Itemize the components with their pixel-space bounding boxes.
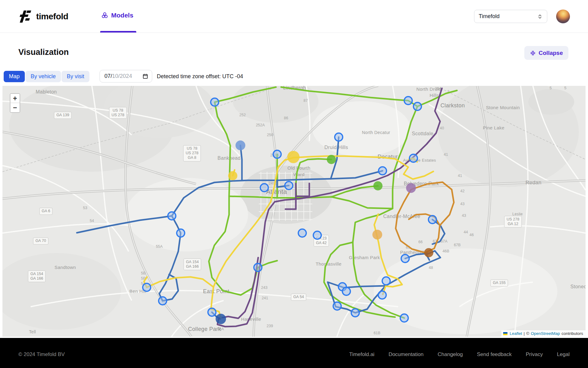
view-tabs: Map By vehicle By visit [4, 71, 89, 82]
map-soft-marker[interactable] [228, 171, 237, 180]
svg-text:GA 154: GA 154 [30, 272, 43, 276]
map-visit-marker[interactable] [313, 231, 321, 239]
road-number-label: 53 [83, 206, 87, 210]
svg-text:GA 70: GA 70 [36, 239, 46, 243]
zoom-out-button[interactable]: − [10, 103, 20, 112]
map-visit-marker[interactable] [260, 184, 268, 192]
map-visit-marker[interactable] [298, 229, 306, 237]
date-input[interactable]: 07/10/2024 [100, 70, 152, 82]
map-visit-marker[interactable] [378, 291, 386, 299]
map-visit-marker[interactable] [177, 229, 185, 237]
map-soft-marker[interactable] [216, 314, 226, 324]
map-soft-marker[interactable] [406, 183, 416, 193]
footer-link-documentation[interactable]: Documentation [389, 351, 424, 358]
svg-text:GA 12: GA 12 [508, 222, 518, 226]
map-visit-marker[interactable] [159, 297, 167, 305]
map-zoom-control: + − [10, 93, 20, 113]
map-visit-marker[interactable] [404, 97, 412, 105]
tab-by-vehicle[interactable]: By vehicle [25, 71, 61, 82]
road-number-label: 66 [418, 240, 423, 244]
map-place-label: Hapeville [241, 316, 261, 322]
map-visit-marker[interactable] [379, 167, 386, 175]
road-number-label: 5B [141, 271, 145, 275]
map-visit-marker[interactable] [208, 308, 216, 316]
map-soft-marker[interactable] [372, 230, 382, 240]
road-shield: GA 155 [491, 280, 508, 286]
organization-select[interactable]: Timefold [474, 10, 547, 23]
road-number-label: 41 [444, 152, 448, 157]
map-visit-marker[interactable] [351, 309, 359, 317]
road-number-label: 239 [267, 324, 273, 328]
openstreetmap-link[interactable]: OpenStreetMap [531, 331, 560, 336]
map-visit-marker[interactable] [333, 302, 341, 310]
map-place-label: Stonecre [570, 284, 586, 289]
footer-link-changelog[interactable]: Changelog [438, 351, 463, 358]
road-number-label: 46B [443, 249, 449, 253]
road-number-label: 5 [564, 86, 567, 90]
map-place-label: North Decatur [362, 130, 390, 135]
footer-links: Timefold.ai Documentation Changelog Send… [349, 351, 570, 358]
map-visit-marker[interactable] [413, 102, 421, 110]
select-chevrons-icon [537, 14, 543, 19]
map-soft-marker[interactable] [236, 140, 245, 150]
map-visit-marker[interactable] [211, 98, 219, 106]
calendar-icon[interactable] [142, 73, 148, 79]
road-number-label: 61B [374, 331, 380, 335]
road-number-label: 241 [262, 296, 268, 300]
tab-by-visit[interactable]: By visit [62, 71, 89, 82]
svg-text:US 278: US 278 [507, 217, 519, 221]
map-visit-marker[interactable] [400, 314, 408, 322]
footer-link-legal[interactable]: Legal [557, 351, 570, 358]
map-visit-marker[interactable] [382, 277, 390, 285]
user-avatar[interactable] [556, 10, 570, 23]
footer-link-timefold-ai[interactable]: Timefold.ai [349, 351, 375, 358]
road-shield: GA 154GA 166 [28, 271, 45, 282]
map-visit-marker[interactable] [335, 133, 343, 141]
road-number-label: 54 [90, 219, 94, 223]
tab-map[interactable]: Map [4, 71, 25, 82]
map-visit-marker[interactable] [143, 283, 151, 291]
map-visit-marker[interactable] [285, 182, 293, 190]
map-place-label: North Druid [416, 86, 441, 92]
map-soft-marker[interactable] [424, 248, 433, 257]
map-canvas: GA 139US 78US 278US 78US 278GA 8GA 6GA 7… [2, 86, 586, 337]
map-visit-marker[interactable] [428, 216, 436, 224]
road-number-label: 55A [156, 244, 163, 249]
svg-text:GA 154: GA 154 [186, 260, 199, 264]
map-visit-marker[interactable] [409, 154, 417, 162]
map-visit-marker[interactable] [342, 287, 350, 295]
map-soft-marker[interactable] [327, 155, 336, 164]
map-visit-marker[interactable] [254, 263, 262, 271]
models-icon [101, 12, 108, 19]
leaflet-link[interactable]: Leaflet [510, 331, 522, 336]
brand[interactable]: timefold [18, 10, 68, 23]
map-soft-marker[interactable] [373, 181, 383, 190]
road-number-label: 86 [284, 116, 288, 120]
map-place-label: Sandtown [55, 265, 76, 270]
map-place-label: Pine Lake [483, 125, 504, 130]
road-number-label: 43 [460, 202, 465, 206]
nav-item-models[interactable]: Models [101, 12, 133, 19]
road-number-label: 42 [460, 189, 465, 193]
map-visit-marker[interactable] [273, 150, 281, 158]
map-place-label: Clarkston [440, 102, 465, 109]
map-soft-marker[interactable] [287, 151, 300, 163]
svg-text:GA 54: GA 54 [293, 295, 304, 299]
footer-link-privacy[interactable]: Privacy [526, 351, 543, 358]
leaflet-map[interactable]: GA 139US 78US 278US 78US 278GA 8GA 6GA 7… [2, 86, 586, 337]
map-place-label: Scottdale [412, 131, 433, 136]
svg-text:GA 166: GA 166 [30, 276, 43, 281]
road-shield: GA 139 [54, 112, 71, 119]
top-navbar: timefold Models Timefold [0, 0, 588, 33]
svg-text:US 78: US 78 [113, 108, 123, 113]
map-visit-marker[interactable] [401, 255, 409, 263]
footer-link-send-feedback[interactable]: Send feedback [477, 351, 511, 358]
svg-text:GA 6: GA 6 [42, 209, 50, 213]
zoom-in-button[interactable]: + [10, 94, 20, 103]
date-year: 2024 [120, 73, 132, 79]
collapse-button[interactable]: Collapse [524, 46, 568, 60]
map-place-label: Ward [293, 172, 305, 177]
svg-text:GA 8: GA 8 [188, 155, 196, 160]
road-shield: GA 154GA 166 [184, 259, 201, 270]
map-visit-marker[interactable] [168, 212, 176, 220]
